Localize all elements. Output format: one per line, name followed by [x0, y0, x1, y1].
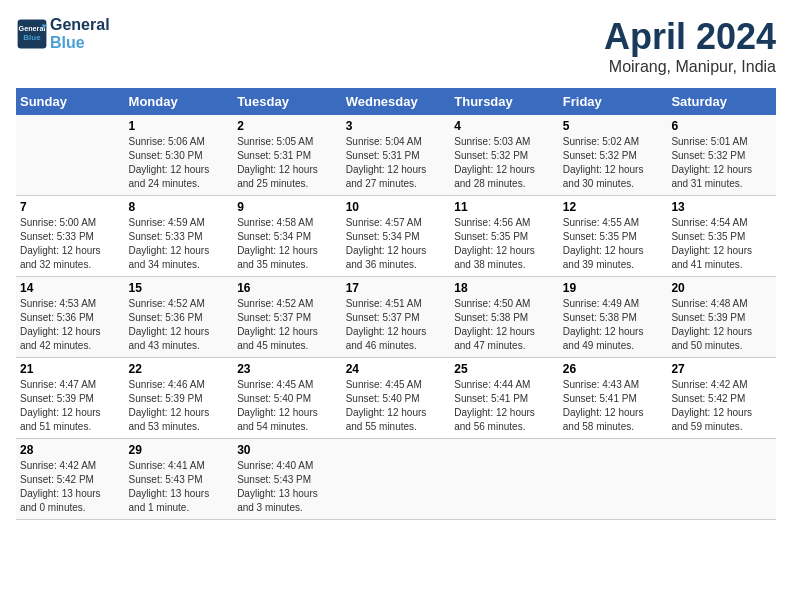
day-cell — [342, 439, 451, 520]
day-number: 27 — [671, 362, 772, 376]
day-cell: 29Sunrise: 4:41 AM Sunset: 5:43 PM Dayli… — [125, 439, 234, 520]
day-details: Sunrise: 5:03 AM Sunset: 5:32 PM Dayligh… — [454, 135, 555, 191]
day-number: 2 — [237, 119, 338, 133]
week-row-0: 1Sunrise: 5:06 AM Sunset: 5:30 PM Daylig… — [16, 115, 776, 196]
day-cell: 6Sunrise: 5:01 AM Sunset: 5:32 PM Daylig… — [667, 115, 776, 196]
day-details: Sunrise: 4:45 AM Sunset: 5:40 PM Dayligh… — [237, 378, 338, 434]
day-cell: 18Sunrise: 4:50 AM Sunset: 5:38 PM Dayli… — [450, 277, 559, 358]
day-cell: 21Sunrise: 4:47 AM Sunset: 5:39 PM Dayli… — [16, 358, 125, 439]
day-number: 24 — [346, 362, 447, 376]
day-details: Sunrise: 5:04 AM Sunset: 5:31 PM Dayligh… — [346, 135, 447, 191]
day-cell: 23Sunrise: 4:45 AM Sunset: 5:40 PM Dayli… — [233, 358, 342, 439]
logo-general: General — [50, 16, 110, 34]
day-number: 28 — [20, 443, 121, 457]
day-details: Sunrise: 4:41 AM Sunset: 5:43 PM Dayligh… — [129, 459, 230, 515]
day-number: 22 — [129, 362, 230, 376]
calendar-table: SundayMondayTuesdayWednesdayThursdayFrid… — [16, 88, 776, 520]
day-number: 15 — [129, 281, 230, 295]
day-details: Sunrise: 4:52 AM Sunset: 5:36 PM Dayligh… — [129, 297, 230, 353]
day-number: 6 — [671, 119, 772, 133]
day-cell: 14Sunrise: 4:53 AM Sunset: 5:36 PM Dayli… — [16, 277, 125, 358]
day-details: Sunrise: 4:42 AM Sunset: 5:42 PM Dayligh… — [671, 378, 772, 434]
header-tuesday: Tuesday — [233, 88, 342, 115]
day-number: 25 — [454, 362, 555, 376]
day-details: Sunrise: 4:53 AM Sunset: 5:36 PM Dayligh… — [20, 297, 121, 353]
day-cell: 2Sunrise: 5:05 AM Sunset: 5:31 PM Daylig… — [233, 115, 342, 196]
header-thursday: Thursday — [450, 88, 559, 115]
page-title: April 2024 — [604, 16, 776, 58]
day-details: Sunrise: 4:46 AM Sunset: 5:39 PM Dayligh… — [129, 378, 230, 434]
day-cell: 25Sunrise: 4:44 AM Sunset: 5:41 PM Dayli… — [450, 358, 559, 439]
header-sunday: Sunday — [16, 88, 125, 115]
week-row-1: 7Sunrise: 5:00 AM Sunset: 5:33 PM Daylig… — [16, 196, 776, 277]
day-cell — [667, 439, 776, 520]
day-details: Sunrise: 4:47 AM Sunset: 5:39 PM Dayligh… — [20, 378, 121, 434]
day-details: Sunrise: 4:54 AM Sunset: 5:35 PM Dayligh… — [671, 216, 772, 272]
svg-text:Blue: Blue — [23, 33, 41, 42]
day-details: Sunrise: 5:00 AM Sunset: 5:33 PM Dayligh… — [20, 216, 121, 272]
day-details: Sunrise: 4:48 AM Sunset: 5:39 PM Dayligh… — [671, 297, 772, 353]
day-details: Sunrise: 4:59 AM Sunset: 5:33 PM Dayligh… — [129, 216, 230, 272]
day-details: Sunrise: 4:49 AM Sunset: 5:38 PM Dayligh… — [563, 297, 664, 353]
day-number: 10 — [346, 200, 447, 214]
day-cell: 15Sunrise: 4:52 AM Sunset: 5:36 PM Dayli… — [125, 277, 234, 358]
day-details: Sunrise: 4:45 AM Sunset: 5:40 PM Dayligh… — [346, 378, 447, 434]
day-cell: 11Sunrise: 4:56 AM Sunset: 5:35 PM Dayli… — [450, 196, 559, 277]
day-cell: 12Sunrise: 4:55 AM Sunset: 5:35 PM Dayli… — [559, 196, 668, 277]
day-number: 21 — [20, 362, 121, 376]
day-cell: 9Sunrise: 4:58 AM Sunset: 5:34 PM Daylig… — [233, 196, 342, 277]
day-number: 9 — [237, 200, 338, 214]
day-number: 14 — [20, 281, 121, 295]
logo: General Blue General Blue — [16, 16, 110, 52]
day-cell: 28Sunrise: 4:42 AM Sunset: 5:42 PM Dayli… — [16, 439, 125, 520]
day-cell: 7Sunrise: 5:00 AM Sunset: 5:33 PM Daylig… — [16, 196, 125, 277]
day-details: Sunrise: 4:57 AM Sunset: 5:34 PM Dayligh… — [346, 216, 447, 272]
day-number: 29 — [129, 443, 230, 457]
header-friday: Friday — [559, 88, 668, 115]
day-number: 30 — [237, 443, 338, 457]
day-cell: 5Sunrise: 5:02 AM Sunset: 5:32 PM Daylig… — [559, 115, 668, 196]
day-details: Sunrise: 4:44 AM Sunset: 5:41 PM Dayligh… — [454, 378, 555, 434]
day-cell — [559, 439, 668, 520]
day-details: Sunrise: 4:58 AM Sunset: 5:34 PM Dayligh… — [237, 216, 338, 272]
week-row-3: 21Sunrise: 4:47 AM Sunset: 5:39 PM Dayli… — [16, 358, 776, 439]
day-cell: 30Sunrise: 4:40 AM Sunset: 5:43 PM Dayli… — [233, 439, 342, 520]
day-details: Sunrise: 4:52 AM Sunset: 5:37 PM Dayligh… — [237, 297, 338, 353]
day-cell: 27Sunrise: 4:42 AM Sunset: 5:42 PM Dayli… — [667, 358, 776, 439]
day-number: 17 — [346, 281, 447, 295]
day-details: Sunrise: 5:02 AM Sunset: 5:32 PM Dayligh… — [563, 135, 664, 191]
day-cell: 22Sunrise: 4:46 AM Sunset: 5:39 PM Dayli… — [125, 358, 234, 439]
day-number: 18 — [454, 281, 555, 295]
day-number: 8 — [129, 200, 230, 214]
title-area: April 2024 Moirang, Manipur, India — [604, 16, 776, 76]
day-number: 12 — [563, 200, 664, 214]
day-cell: 24Sunrise: 4:45 AM Sunset: 5:40 PM Dayli… — [342, 358, 451, 439]
day-number: 4 — [454, 119, 555, 133]
day-cell: 17Sunrise: 4:51 AM Sunset: 5:37 PM Dayli… — [342, 277, 451, 358]
day-cell: 4Sunrise: 5:03 AM Sunset: 5:32 PM Daylig… — [450, 115, 559, 196]
day-cell — [450, 439, 559, 520]
day-details: Sunrise: 4:50 AM Sunset: 5:38 PM Dayligh… — [454, 297, 555, 353]
day-number: 13 — [671, 200, 772, 214]
day-details: Sunrise: 4:43 AM Sunset: 5:41 PM Dayligh… — [563, 378, 664, 434]
day-cell: 13Sunrise: 4:54 AM Sunset: 5:35 PM Dayli… — [667, 196, 776, 277]
header-saturday: Saturday — [667, 88, 776, 115]
day-cell: 3Sunrise: 5:04 AM Sunset: 5:31 PM Daylig… — [342, 115, 451, 196]
header-wednesday: Wednesday — [342, 88, 451, 115]
header: General Blue General Blue April 2024 Moi… — [16, 16, 776, 76]
day-details: Sunrise: 4:56 AM Sunset: 5:35 PM Dayligh… — [454, 216, 555, 272]
svg-text:General: General — [19, 24, 46, 33]
day-number: 26 — [563, 362, 664, 376]
day-number: 20 — [671, 281, 772, 295]
day-number: 7 — [20, 200, 121, 214]
day-number: 1 — [129, 119, 230, 133]
day-details: Sunrise: 4:40 AM Sunset: 5:43 PM Dayligh… — [237, 459, 338, 515]
day-number: 23 — [237, 362, 338, 376]
day-cell: 8Sunrise: 4:59 AM Sunset: 5:33 PM Daylig… — [125, 196, 234, 277]
day-details: Sunrise: 4:42 AM Sunset: 5:42 PM Dayligh… — [20, 459, 121, 515]
day-cell: 10Sunrise: 4:57 AM Sunset: 5:34 PM Dayli… — [342, 196, 451, 277]
day-cell: 20Sunrise: 4:48 AM Sunset: 5:39 PM Dayli… — [667, 277, 776, 358]
week-row-4: 28Sunrise: 4:42 AM Sunset: 5:42 PM Dayli… — [16, 439, 776, 520]
day-cell: 19Sunrise: 4:49 AM Sunset: 5:38 PM Dayli… — [559, 277, 668, 358]
day-cell: 16Sunrise: 4:52 AM Sunset: 5:37 PM Dayli… — [233, 277, 342, 358]
